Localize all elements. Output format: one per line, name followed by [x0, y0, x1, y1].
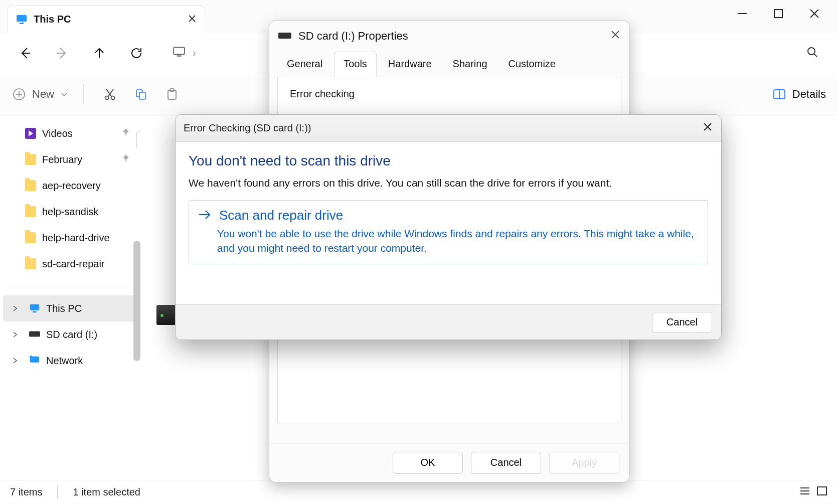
tab-customize[interactable]: Customize [499, 52, 565, 77]
error-checking-body: You don't need to scan this drive We hav… [176, 142, 721, 264]
error-checking-footer: Cancel [176, 304, 721, 340]
sidebar-tree-sd-card[interactable]: SD card (I:) [3, 321, 137, 348]
sidebar-item-label: Videos [42, 128, 73, 139]
forward-button[interactable] [46, 38, 78, 68]
sidebar-item-label: help-sandisk [42, 206, 98, 218]
svg-rect-1 [20, 23, 24, 24]
tab-hardware[interactable]: Hardware [379, 52, 441, 77]
drive-icon [278, 30, 291, 43]
sidebar-item-february[interactable]: February [3, 146, 137, 173]
view-list-icon[interactable] [799, 485, 811, 499]
sidebar-item-help-sandisk[interactable]: help-sandisk [3, 199, 137, 225]
sidebar-item-help-hard-drive[interactable]: help-hard-drive [3, 225, 137, 251]
refresh-button[interactable] [120, 38, 152, 68]
error-checking-titlebar[interactable]: Error Checking (SD card (I:)) [176, 115, 721, 142]
scan-and-repair-button[interactable]: Scan and repair drive You won't be able … [189, 200, 708, 264]
chevron-right-icon[interactable] [10, 305, 20, 312]
sidebar-item-videos[interactable]: Videos [3, 120, 137, 146]
up-button[interactable] [83, 38, 115, 68]
video-folder-icon [25, 128, 36, 139]
copy-icon[interactable] [130, 83, 152, 105]
back-button[interactable] [9, 38, 41, 68]
toolbar-divider [83, 84, 84, 104]
sidebar: Videos February aep-recovery help-sandis… [0, 115, 140, 480]
error-checking-dialog: Error Checking (SD card (I:)) You don't … [175, 114, 722, 340]
properties-cancel-button[interactable]: Cancel [471, 452, 541, 474]
folder-icon [25, 258, 36, 269]
properties-apply-button[interactable]: Apply [549, 452, 619, 474]
details-label: Details [792, 88, 826, 101]
error-checking-heading: You don't need to scan this drive [189, 153, 708, 169]
error-checking-cancel-button[interactable]: Cancel [652, 312, 712, 333]
sidebar-item-sd-card-repair[interactable]: sd-card-repair [3, 251, 137, 277]
this-pc-icon [16, 14, 28, 26]
window-close-icon[interactable] [808, 7, 821, 20]
svg-rect-14 [30, 304, 39, 310]
details-button[interactable]: Details [772, 87, 826, 101]
group-error-checking: Error checking [290, 88, 609, 100]
network-icon [29, 355, 40, 366]
chevron-right-icon[interactable] [10, 331, 20, 338]
tab-general[interactable]: General [277, 52, 332, 77]
svg-point-8 [111, 96, 115, 99]
arrow-right-icon [198, 209, 211, 222]
svg-rect-10 [139, 92, 145, 99]
svg-rect-16 [29, 331, 40, 337]
sidebar-item-label: help-hard-drive [42, 232, 110, 244]
scan-and-repair-heading: Scan and repair drive [219, 208, 343, 223]
status-item-count: 7 items [10, 486, 42, 498]
maximize-icon[interactable] [772, 7, 785, 20]
properties-ok-button[interactable]: OK [393, 452, 463, 474]
chevron-right-icon[interactable]: › [191, 47, 198, 59]
svg-rect-4 [177, 55, 182, 56]
folder-icon [25, 206, 36, 217]
svg-rect-19 [817, 487, 826, 495]
minimize-icon[interactable] [736, 7, 749, 20]
new-label: New [32, 88, 54, 101]
svg-point-5 [808, 48, 815, 55]
sidebar-item-label: February [42, 154, 82, 165]
tab-label: This PC [34, 14, 182, 25]
search-icon[interactable] [806, 46, 829, 61]
error-checking-title-text: Error Checking (SD card (I:)) [184, 122, 311, 134]
window-controls [736, 0, 838, 20]
status-selected: 1 item selected [73, 486, 140, 498]
sidebar-item-aep-recovery[interactable]: aep-recovery [3, 173, 137, 199]
properties-title-text: SD card (I:) Properties [298, 30, 408, 43]
tab-sharing[interactable]: Sharing [443, 52, 497, 77]
properties-titlebar[interactable]: SD card (I:) Properties [269, 21, 629, 52]
svg-rect-2 [774, 10, 782, 18]
scan-and-repair-description: You won't be able to use the drive while… [217, 226, 699, 256]
new-button[interactable]: New [12, 87, 68, 101]
view-grid-icon[interactable] [816, 485, 828, 499]
svg-rect-15 [33, 311, 36, 313]
this-pc-crumb-icon [173, 46, 186, 61]
sidebar-item-label: sd-card-repair [42, 258, 104, 270]
window-tab[interactable]: This PC [7, 5, 205, 33]
this-pc-icon [29, 303, 40, 314]
error-checking-description: We haven't found any errors on this driv… [189, 177, 708, 189]
sidebar-scrollbar[interactable] [133, 241, 140, 361]
sidebar-tree-network[interactable]: Network [3, 348, 137, 374]
sidebar-item-label: aep-recovery [42, 180, 101, 192]
status-divider [57, 486, 58, 499]
pin-icon [121, 127, 130, 139]
close-tab-icon[interactable] [188, 14, 197, 25]
drive-icon [29, 329, 40, 340]
sidebar-separator [8, 286, 132, 286]
svg-rect-3 [174, 47, 185, 54]
status-bar: 7 items 1 item selected [0, 480, 838, 504]
sidebar-item-label: This PC [46, 303, 82, 314]
properties-close-icon[interactable] [610, 30, 620, 43]
sidebar-tree-this-pc[interactable]: This PC [3, 295, 137, 321]
folder-icon [25, 180, 36, 191]
sidebar-item-label: SD card (I:) [46, 329, 97, 341]
error-checking-close-icon[interactable] [702, 121, 713, 135]
cut-icon[interactable] [99, 83, 121, 105]
tab-tools[interactable]: Tools [334, 52, 377, 77]
properties-footer: OK Cancel Apply [269, 443, 629, 482]
chevron-right-icon[interactable] [10, 357, 20, 364]
paste-icon[interactable] [161, 83, 183, 105]
properties-tabs: General Tools Hardware Sharing Customize [269, 52, 629, 77]
svg-point-18 [30, 356, 32, 359]
